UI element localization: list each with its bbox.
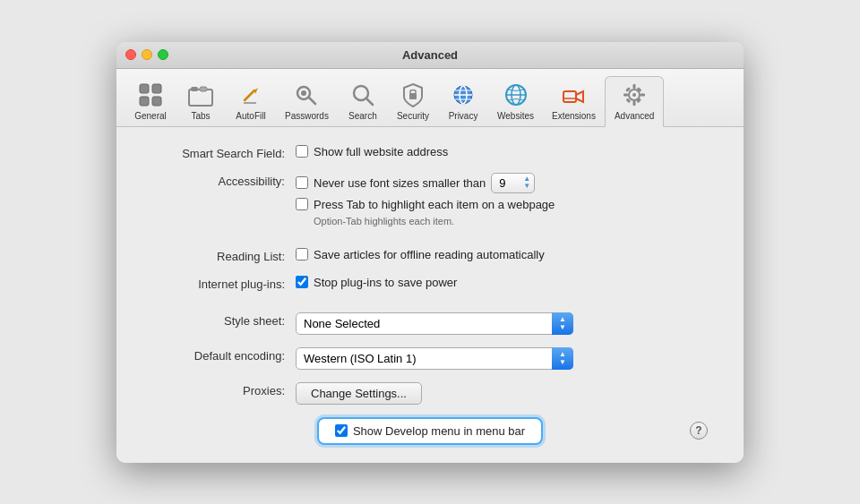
window-title: Advanced	[402, 48, 458, 62]
help-button[interactable]: ?	[690, 422, 708, 440]
proxies-row: Proxies: Change Settings...	[143, 382, 717, 405]
proxies-controls: Change Settings...	[296, 382, 422, 405]
general-icon	[136, 81, 165, 109]
svg-line-12	[309, 98, 315, 104]
smart-search-row: Smart Search Field: Show full website ad…	[143, 145, 717, 160]
reading-list-checkbox[interactable]	[296, 248, 308, 261]
never-font-size-label: Never use font sizes smaller than	[314, 176, 486, 190]
internet-plugins-checkbox[interactable]	[296, 276, 308, 288]
stylesheet-row: Style sheet: None Selected ▲ ▼	[143, 312, 717, 335]
stylesheet-controls: None Selected ▲ ▼	[296, 312, 573, 335]
encoding-row: Default encoding: Western (ISO Latin 1) …	[143, 347, 717, 370]
svg-marker-8	[254, 88, 258, 94]
encoding-label: Default encoding:	[143, 347, 296, 363]
close-button[interactable]	[125, 49, 136, 60]
tab-security[interactable]: Security	[388, 77, 438, 126]
smart-search-checkbox-row: Show full website address	[296, 145, 448, 158]
develop-menu-checkbox[interactable]	[335, 424, 348, 437]
svg-rect-6	[200, 87, 207, 91]
develop-menu-label: Show Develop menu in menu bar	[353, 424, 525, 438]
tab-autofill[interactable]: AutoFill	[226, 77, 276, 126]
tab-passwords[interactable]: Passwords	[276, 77, 338, 126]
font-size-wrapper: 9 10 11 12 14 ▲ ▼	[491, 173, 535, 193]
svg-line-7	[245, 90, 254, 100]
internet-plugins-checkbox-row: Stop plug-ins to save power	[296, 276, 457, 289]
svg-rect-3	[152, 97, 161, 106]
svg-rect-29	[633, 101, 636, 106]
internet-plugins-label: Internet plug-ins:	[143, 276, 296, 291]
svg-rect-28	[633, 84, 636, 89]
tab-general[interactable]: General	[125, 77, 176, 126]
tab-websites[interactable]: Websites	[488, 77, 543, 126]
never-font-size-checkbox[interactable]	[296, 176, 308, 189]
press-tab-checkbox[interactable]	[296, 198, 308, 210]
internet-plugins-checkbox-label: Stop plug-ins to save power	[314, 276, 457, 289]
svg-rect-5	[191, 87, 198, 91]
maximize-button[interactable]	[158, 49, 168, 60]
press-tab-hint: Option-Tab highlights each item.	[314, 216, 555, 226]
reading-list-controls: Save articles for offline reading automa…	[296, 248, 545, 261]
advanced-icon	[620, 81, 649, 109]
autofill-icon	[236, 81, 265, 109]
svg-rect-30	[624, 93, 628, 96]
stylesheet-dropdown-container: None Selected ▲ ▼	[296, 312, 573, 335]
tab-security-label: Security	[397, 111, 429, 121]
svg-point-27	[632, 93, 636, 97]
minimize-button[interactable]	[142, 49, 152, 60]
titlebar: Advanced	[116, 42, 744, 69]
svg-point-11	[301, 90, 306, 96]
accessibility-row: Accessibility: Never use font sizes smal…	[143, 173, 717, 226]
internet-plugins-row: Internet plug-ins: Stop plug-ins to save…	[143, 276, 717, 291]
extensions-icon	[559, 81, 588, 109]
reading-list-checkbox-row: Save articles for offline reading automa…	[296, 248, 545, 261]
svg-line-14	[366, 98, 373, 105]
encoding-select[interactable]: Western (ISO Latin 1) Unicode (UTF-8)	[296, 347, 573, 370]
security-icon	[399, 81, 427, 109]
preferences-window: Advanced General	[116, 42, 744, 463]
svg-rect-15	[409, 93, 417, 99]
font-size-select[interactable]: 9 10 11 12 14	[491, 173, 535, 193]
svg-rect-1	[152, 84, 161, 93]
stylesheet-label: Style sheet:	[143, 312, 296, 328]
encoding-controls: Western (ISO Latin 1) Unicode (UTF-8) ▲ …	[296, 347, 573, 370]
proxies-button[interactable]: Change Settings...	[296, 382, 422, 405]
svg-rect-0	[140, 84, 149, 93]
tabs-icon	[186, 81, 215, 109]
press-tab-label: Press Tab to highlight each item on a we…	[314, 198, 555, 211]
svg-rect-31	[641, 93, 645, 96]
reading-list-checkbox-label: Save articles for offline reading automa…	[314, 248, 545, 261]
tab-extensions[interactable]: Extensions	[543, 77, 605, 126]
internet-plugins-controls: Stop plug-ins to save power	[296, 276, 457, 289]
press-tab-row: Press Tab to highlight each item on a we…	[296, 198, 555, 211]
tab-websites-label: Websites	[497, 111, 534, 121]
tab-autofill-label: AutoFill	[236, 111, 265, 121]
reading-list-label: Reading List:	[143, 248, 296, 263]
proxies-label: Proxies:	[143, 382, 296, 397]
tab-tabs-label: Tabs	[191, 111, 210, 121]
tab-privacy-label: Privacy	[449, 111, 478, 121]
stylesheet-select[interactable]: None Selected	[296, 312, 573, 335]
tab-privacy[interactable]: Privacy	[438, 77, 488, 126]
traffic-lights	[125, 49, 168, 60]
svg-rect-2	[140, 97, 149, 106]
tab-advanced[interactable]: Advanced	[605, 76, 664, 127]
tab-search-label: Search	[348, 111, 377, 121]
websites-icon	[502, 81, 530, 109]
svg-rect-4	[189, 90, 212, 106]
search-icon	[348, 81, 377, 109]
develop-menu-row: Show Develop menu in menu bar ?	[143, 417, 717, 445]
toolbar: General Tabs AutoFill	[116, 69, 744, 127]
tab-general-label: General	[134, 111, 167, 121]
smart-search-checkbox[interactable]	[296, 145, 308, 158]
reading-list-row: Reading List: Save articles for offline …	[143, 248, 717, 263]
tab-tabs[interactable]: Tabs	[176, 77, 226, 126]
smart-search-label: Smart Search Field:	[143, 145, 296, 160]
tab-advanced-label: Advanced	[615, 111, 654, 121]
passwords-icon	[292, 81, 321, 109]
tab-search[interactable]: Search	[338, 77, 388, 126]
svg-rect-24	[563, 91, 576, 102]
accessibility-controls: Never use font sizes smaller than 9 10 1…	[296, 173, 555, 226]
encoding-dropdown-container: Western (ISO Latin 1) Unicode (UTF-8) ▲ …	[296, 347, 573, 370]
develop-menu-button[interactable]: Show Develop menu in menu bar	[317, 417, 543, 445]
tab-passwords-label: Passwords	[285, 111, 329, 121]
